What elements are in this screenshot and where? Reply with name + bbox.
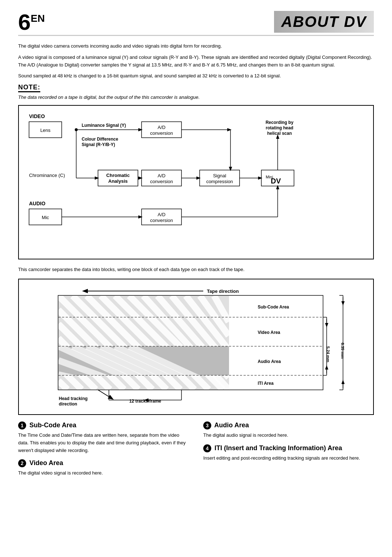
svg-text:Head tracking: Head tracking (59, 396, 87, 401)
svg-line-98 (98, 390, 113, 399)
note-section: NOTE: The data recorded on a tape is dig… (18, 84, 374, 100)
page-number: 6EN (18, 11, 45, 33)
page-title: ABOUT DV (274, 11, 374, 33)
svg-text:6.35 mm: 6.35 mm (340, 343, 345, 359)
note-text: The data recorded on a tape is digital, … (18, 94, 374, 100)
svg-text:Signal (R-Y/B-Y): Signal (R-Y/B-Y) (82, 142, 115, 147)
intro-para3: Sound sampled at 48 kHz is changed to a … (18, 72, 374, 80)
svg-text:A/D: A/D (158, 125, 166, 130)
bottom-left: 1 Sub-Code Area The Time Code and Date/T… (18, 421, 189, 482)
svg-text:Recording by: Recording by (266, 120, 294, 125)
signal-flow-svg: VIDEO Lens Luminance Signal (Y) Colour D… (25, 111, 374, 253)
svg-text:conversion: conversion (150, 218, 173, 223)
intro-para1: The digital video camera converts incomi… (18, 43, 374, 50)
section1-body: The Time Code and Date/Time data are wri… (18, 432, 189, 454)
svg-text:direction: direction (59, 401, 77, 407)
svg-text:Analysis: Analysis (108, 178, 127, 184)
bottom-sections: 1 Sub-Code Area The Time Code and Date/T… (18, 421, 374, 482)
note-heading: NOTE: (18, 84, 40, 92)
svg-text:A/D: A/D (158, 212, 166, 217)
svg-text:conversion: conversion (150, 179, 173, 184)
bottom-right: 3 Audio Area The digital audio signal is… (203, 421, 374, 482)
svg-text:Lens: Lens (40, 128, 51, 133)
svg-text:Video Area: Video Area (258, 330, 280, 335)
between-text: This camcorder separates the data into b… (18, 266, 374, 274)
svg-text:VIDEO: VIDEO (29, 113, 45, 119)
svg-text:Mic: Mic (42, 215, 49, 220)
section3-title: 3 Audio Area (203, 421, 374, 429)
svg-text:DV: DV (271, 177, 281, 185)
svg-text:Signal: Signal (213, 173, 226, 178)
section1-title: 1 Sub-Code Area (18, 421, 189, 429)
svg-text:Chrominance (C): Chrominance (C) (29, 173, 65, 178)
svg-text:A/D: A/D (158, 173, 166, 178)
page-header: 6EN ABOUT DV (18, 11, 374, 36)
section2-body: The digital video signal is recorded her… (18, 469, 189, 477)
section2-title: 2 Video Area (18, 459, 189, 467)
svg-text:rotating head: rotating head (266, 125, 293, 130)
svg-text:Luminance Signal (Y): Luminance Signal (Y) (82, 123, 126, 128)
svg-text:Colour Difference: Colour Difference (82, 137, 118, 142)
signal-flow-diagram: VIDEO Lens Luminance Signal (Y) Colour D… (18, 105, 374, 259)
section3-body: The digital audio signal is recorded her… (203, 432, 374, 439)
svg-text:12 tracks/frame: 12 tracks/frame (129, 399, 161, 404)
svg-text:Tape direction: Tape direction (207, 288, 239, 294)
svg-text:compression: compression (206, 179, 233, 184)
svg-text:helical scan: helical scan (267, 131, 292, 136)
intro-para2: A video signal is composed of a luminanc… (18, 54, 374, 69)
track-svg: Tape direction (25, 284, 374, 408)
section4-title: 4 ITI (Insert and Tracking Information) … (203, 444, 374, 452)
svg-text:Chromatic: Chromatic (106, 173, 130, 178)
svg-text:5.24 mm: 5.24 mm (326, 346, 330, 362)
svg-text:Audio Area: Audio Area (258, 359, 281, 364)
track-diagram: Tape direction (18, 279, 374, 415)
svg-text:ITI Area: ITI Area (258, 381, 274, 386)
svg-text:AUDIO: AUDIO (29, 201, 45, 206)
section4-body: Insert editing and post-recording editin… (203, 455, 374, 462)
svg-text:Sub-Code Area: Sub-Code Area (258, 304, 289, 310)
svg-text:conversion: conversion (150, 130, 173, 136)
